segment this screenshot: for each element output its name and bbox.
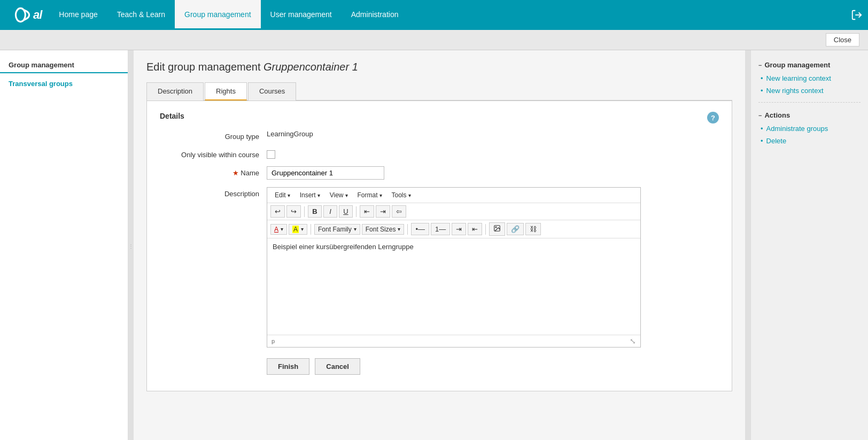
right-divider — [758, 102, 861, 103]
group-type-value: LearningGroup — [267, 130, 719, 138]
tools-menu-arrow: ▾ — [408, 192, 411, 198]
visible-checkbox[interactable] — [267, 150, 275, 159]
visible-label: Only visible within course — [160, 148, 267, 159]
nav-teach-learn[interactable]: Teach & Learn — [107, 0, 175, 30]
view-menu-arrow: ▾ — [345, 192, 348, 198]
page-title: Edit group management Gruppencontainer 1 — [146, 61, 732, 73]
right-link-administrate-groups[interactable]: • Administrate groups — [751, 122, 868, 135]
undo-button[interactable]: ↩ — [270, 205, 285, 218]
nav-homepage[interactable]: Home page — [49, 0, 107, 30]
svg-point-3 — [495, 227, 497, 228]
name-value — [267, 166, 719, 180]
editor-content-area[interactable]: Beispiel einer kursübergreifenden Lerngr… — [267, 238, 640, 335]
editor-toolbar-row1: ↩ ↪ B I U ⇤ ⇥ ⇦ — [267, 203, 640, 220]
image-button[interactable] — [489, 222, 505, 236]
font-color-select[interactable]: A ▾ — [270, 224, 287, 235]
font-color-a: A — [274, 226, 278, 233]
delete-label: Delete — [766, 137, 787, 145]
menu-edit[interactable]: Edit ▾ — [270, 190, 294, 200]
unordered-list-button[interactable]: •— — [411, 223, 429, 235]
right-link-new-learning-context[interactable]: • New learning context — [751, 72, 868, 84]
bullet-icon-4: • — [761, 137, 763, 145]
bullet-icon-1: • — [761, 74, 763, 82]
right-actions-title: Actions — [764, 111, 790, 119]
bold-button[interactable]: B — [308, 205, 322, 218]
name-label: ★Name — [160, 166, 267, 177]
menu-view[interactable]: View ▾ — [326, 190, 352, 200]
toolbar-sep-5 — [485, 224, 486, 235]
redo-button[interactable]: ↪ — [286, 205, 301, 218]
logout-icon[interactable] — [851, 0, 863, 30]
finish-button[interactable]: Finish — [267, 358, 309, 375]
left-splitter[interactable]: ⋮ — [128, 50, 134, 440]
subheader: Close — [0, 30, 868, 50]
nav-group-management[interactable]: Group management — [175, 0, 261, 30]
cancel-button[interactable]: Cancel — [315, 358, 360, 375]
main-nav: Home page Teach & Learn Group management… — [49, 0, 851, 30]
left-sidebar: Group management Transversal groups — [0, 50, 128, 440]
bullet-icon-2: • — [761, 87, 763, 95]
align-right-button[interactable]: ⇦ — [392, 205, 406, 218]
new-rights-context-label: New rights context — [766, 87, 824, 95]
align-left-button[interactable]: ⇤ — [360, 205, 374, 218]
menu-tools[interactable]: Tools ▾ — [387, 190, 415, 200]
edit-menu-arrow: ▾ — [288, 192, 290, 198]
bullet-icon-3: • — [761, 125, 763, 133]
font-sizes-arrow: ▾ — [398, 226, 400, 232]
logo: al — [5, 0, 49, 30]
right-link-delete[interactable]: • Delete — [751, 135, 868, 147]
right-link-new-rights-context[interactable]: • New rights context — [751, 84, 868, 97]
main-layout: Group management Transversal groups ⋮ Ed… — [0, 50, 868, 440]
menu-insert[interactable]: Insert ▾ — [296, 190, 324, 200]
rich-text-editor: Edit ▾ Insert ▾ View ▾ — [267, 187, 641, 348]
indent-button[interactable]: ⇥ — [452, 223, 466, 235]
menu-format[interactable]: Format ▾ — [353, 190, 386, 200]
editor-toolbar-row2: A ▾ A ▾ Font Family ▾ — [267, 220, 640, 238]
ordered-list-button[interactable]: 1— — [431, 223, 450, 235]
logo-icon — [13, 5, 32, 25]
right-section-actions: − Actions — [751, 108, 868, 122]
right-splitter[interactable] — [745, 50, 750, 440]
editor-resize-handle[interactable]: ⤡ — [630, 337, 636, 345]
sidebar-item-transversal-groups[interactable]: Transversal groups — [0, 76, 128, 91]
tab-description[interactable]: Description — [146, 82, 204, 101]
required-star: ★ — [232, 169, 239, 177]
tab-rights[interactable]: Rights — [205, 82, 247, 101]
underline-button[interactable]: U — [339, 205, 353, 218]
link-button[interactable]: 🔗 — [507, 223, 524, 235]
form-card: Details ? Group type LearningGroup Only … — [146, 101, 732, 391]
nav-administration[interactable]: Administration — [342, 0, 408, 30]
collapse-actions-icon[interactable]: − — [758, 112, 762, 119]
editor-status-text: p — [272, 338, 275, 344]
visible-row: Only visible within course — [160, 148, 719, 159]
topbar: al Home page Teach & Learn Group managem… — [0, 0, 868, 30]
font-sizes-select[interactable]: Font Sizes ▾ — [362, 224, 405, 235]
new-learning-context-label: New learning context — [766, 74, 831, 82]
help-icon[interactable]: ? — [707, 112, 719, 123]
close-button[interactable]: Close — [826, 33, 859, 47]
font-family-select[interactable]: Font Family ▾ — [314, 224, 360, 235]
italic-button[interactable]: I — [323, 205, 337, 218]
toolbar-sep-3 — [311, 224, 311, 235]
outdent-button[interactable]: ⇤ — [468, 223, 482, 235]
nav-user-management[interactable]: User management — [261, 0, 342, 30]
form-section-title: Details — [160, 112, 184, 120]
administrate-groups-label: Administrate groups — [766, 125, 828, 133]
tabs: Description Rights Courses — [146, 82, 732, 101]
editor-statusbar: p ⤡ — [267, 335, 640, 347]
description-value: Edit ▾ Insert ▾ View ▾ — [267, 187, 719, 348]
bg-color-a: A — [292, 226, 299, 233]
right-section-group-management: − Group management — [751, 58, 868, 72]
unlink-button[interactable]: ⛓ — [525, 223, 541, 235]
right-group-mgmt-title: Group management — [764, 61, 830, 69]
description-row: Description Edit ▾ Insert ▾ — [160, 187, 719, 348]
bg-color-arrow: ▾ — [301, 226, 304, 232]
bg-color-select[interactable]: A ▾ — [289, 224, 307, 235]
toolbar-sep-4 — [407, 224, 408, 235]
collapse-group-mgmt-icon[interactable]: − — [758, 62, 762, 68]
align-center-button[interactable]: ⇥ — [376, 205, 390, 218]
font-sizes-label: Font Sizes — [366, 226, 396, 233]
format-menu-arrow: ▾ — [379, 192, 382, 198]
name-input[interactable] — [267, 166, 384, 180]
tab-courses[interactable]: Courses — [248, 82, 296, 101]
